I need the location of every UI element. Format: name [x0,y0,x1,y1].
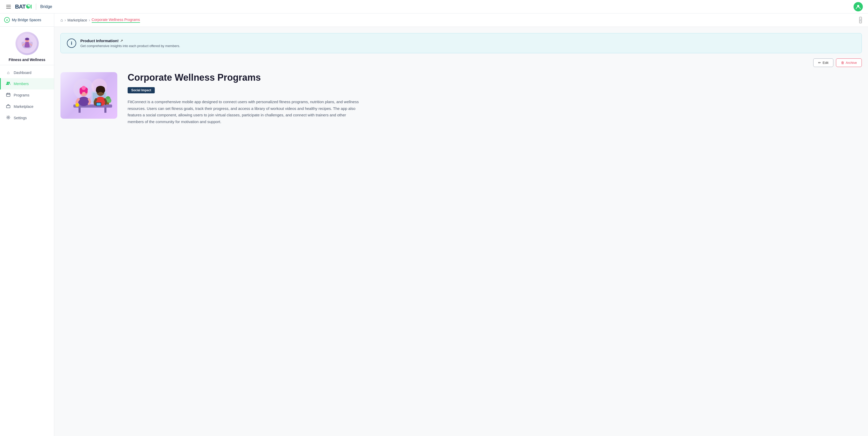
settings-icon [6,115,10,120]
svg-rect-17 [104,108,106,113]
space-avatar-image [16,32,39,55]
navbar-left: BAT☯I Bridge [5,3,52,10]
home-icon: ⌂ [60,18,63,23]
external-link-icon[interactable]: ↗ [120,39,123,43]
navbar: BAT☯I Bridge [0,0,868,13]
my-bridge-spaces-label: My Bridge Spaces [12,18,41,22]
circle-icon: ● [4,17,10,23]
logo: BAT☯I Bridge [15,3,52,10]
my-bridge-spaces[interactable]: ● My Bridge Spaces [0,13,54,27]
hamburger-menu[interactable] [5,4,12,9]
svg-rect-38 [97,103,101,106]
svg-point-35 [96,88,100,93]
product-info: Corporate Wellness Programs Social Impac… [128,72,862,125]
product-section: ✏ Edit 🗑 Archive [54,53,868,135]
svg-rect-11 [6,106,10,108]
edit-icon: ✏ [818,61,821,65]
sidebar: ● My Bridge Spaces [0,13,54,436]
svg-point-23 [82,86,86,90]
space-name: Fitness and Wellness [8,58,45,62]
svg-rect-10 [6,93,10,96]
breadcrumb-marketplace-label: Marketplace [67,18,87,22]
navbar-right [854,2,863,11]
members-icon [6,81,10,86]
breadcrumb-current-label: Corporate Wellness Programs [92,18,140,22]
sidebar-item-dashboard[interactable]: ⌂ Dashboard [0,67,54,78]
sidebar-item-settings[interactable]: Settings [0,112,54,124]
product-actions: ✏ Edit 🗑 Archive [60,58,862,67]
breadcrumb-sep-2: › [89,18,90,23]
product-title: Corporate Wellness Programs [128,72,862,83]
sidebar-item-programs[interactable]: Programs [0,89,54,101]
breadcrumb-home[interactable]: ⌂ [60,18,63,23]
svg-point-31 [108,98,111,103]
product-description: FitConnect is a comprehensive mobile app… [128,98,360,125]
user-avatar[interactable] [854,2,863,11]
main-content: ⌂ › Marketplace › Corporate Wellness Pro… [54,13,868,436]
app-body: ● My Bridge Spaces [0,13,868,436]
breadcrumb-marketplace[interactable]: Marketplace [67,18,87,22]
breadcrumb-bar: ⌂ › Marketplace › Corporate Wellness Pro… [54,13,868,27]
info-icon: i [67,38,76,48]
edit-label: Edit [823,61,828,65]
sidebar-item-label-programs: Programs [14,93,29,97]
svg-point-22 [85,88,88,94]
info-description: Get comprehensive insights into each pro… [80,44,180,48]
sidebar-item-label-settings: Settings [14,116,27,120]
bridge-label: Bridge [40,4,52,9]
info-title-label: Product Information! [80,38,119,43]
svg-rect-16 [79,108,81,113]
svg-point-7 [25,38,29,40]
info-title: Product Information! ↗ [80,38,180,43]
product-badge: Social Impact [128,87,155,93]
edit-button[interactable]: ✏ Edit [813,58,833,67]
breadcrumb: ⌂ › Marketplace › Corporate Wellness Pro… [60,18,140,23]
info-text: Product Information! ↗ Get comprehensive… [80,38,180,48]
sidebar-item-label-dashboard: Dashboard [14,70,32,75]
svg-point-9 [8,82,10,83]
svg-point-8 [7,82,8,83]
space-avatar-section: Fitness and Wellness [0,27,54,65]
marketplace-icon [6,104,10,109]
archive-button[interactable]: 🗑 Archive [836,58,862,67]
svg-point-18 [78,97,89,106]
sidebar-item-marketplace[interactable]: Marketplace [0,101,54,112]
page-content: i Product Information! ↗ Get comprehensi… [54,27,868,436]
sidebar-item-label-members: Members [14,82,29,86]
logo-image: BAT☯I [15,3,32,10]
product-image-container [60,72,117,119]
svg-point-36 [101,88,105,93]
svg-point-0 [857,5,859,7]
svg-rect-15 [73,105,112,108]
breadcrumb-sep-1: › [65,18,66,23]
product-image [60,72,117,119]
info-banner: i Product Information! ↗ Get comprehensi… [60,33,862,53]
breadcrumb-current[interactable]: Corporate Wellness Programs [92,18,140,23]
svg-rect-25 [76,104,78,106]
nav-items: ⌂ Dashboard Members [0,65,54,126]
svg-point-12 [8,117,9,118]
archive-icon: 🗑 [841,61,844,65]
collapse-sidebar-button[interactable]: ‹ [859,17,862,23]
programs-icon [6,93,10,98]
product-layout: Corporate Wellness Programs Social Impac… [60,72,862,125]
archive-label: Archive [846,61,857,65]
dashboard-icon: ⌂ [6,70,10,75]
sidebar-item-members[interactable]: Members [0,78,54,89]
sidebar-item-label-marketplace: Marketplace [14,105,33,109]
